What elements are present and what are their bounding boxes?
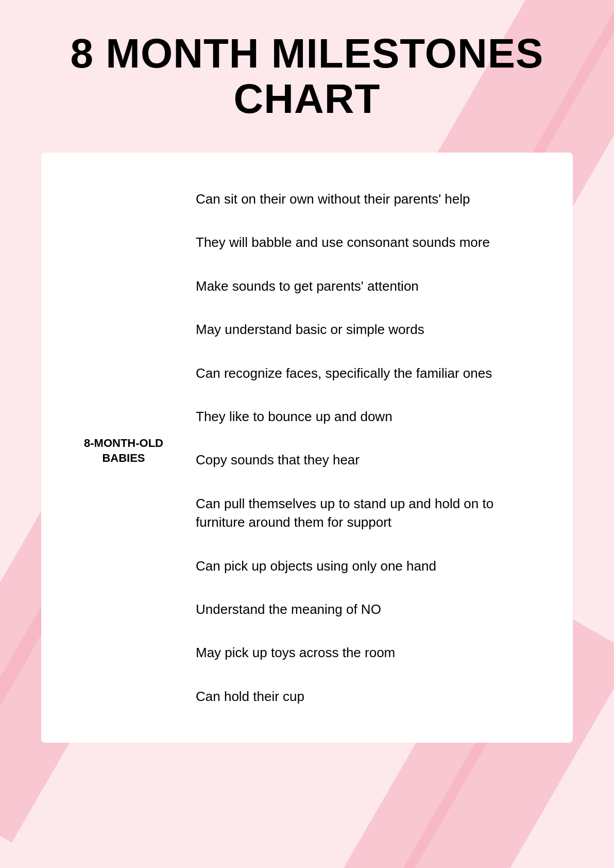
milestone-item-3: Make sounds to get parents' attention — [196, 265, 542, 307]
label-column: 8-MONTH-OLD BABIES — [72, 178, 175, 465]
milestone-item-12: Can hold their cup — [196, 676, 542, 717]
milestone-item-11: May pick up toys across the room — [196, 632, 542, 673]
milestone-item-5: Can recognize faces, specifically the fa… — [196, 353, 542, 394]
milestone-item-8: Can pull themselves up to stand up and h… — [196, 483, 542, 543]
milestone-item-2: They will babble and use consonant sound… — [196, 222, 542, 263]
label-line1: 8-MONTH-OLD — [84, 437, 163, 449]
milestone-item-1: Can sit on their own without their paren… — [196, 178, 542, 220]
babies-label: 8-MONTH-OLD BABIES — [84, 436, 163, 465]
milestone-item-4: May understand basic or simple words — [196, 309, 542, 350]
milestone-item-7: Copy sounds that they hear — [196, 439, 542, 480]
milestone-item-6: They like to bounce up and down — [196, 396, 542, 437]
title-line2: CHART — [234, 76, 381, 122]
milestone-item-9: Can pick up objects using only one hand — [196, 545, 542, 587]
milestones-list: Can sit on their own without their paren… — [196, 178, 542, 717]
label-line2: BABIES — [102, 452, 145, 464]
page-title: 8 MONTH MILESTONES CHART — [41, 31, 573, 122]
title-line1: 8 MONTH MILESTONES — [71, 30, 544, 76]
page-content: 8 MONTH MILESTONES CHART 8-MONTH-OLD BAB… — [0, 0, 614, 774]
milestone-item-10: Understand the meaning of NO — [196, 589, 542, 630]
main-card: 8-MONTH-OLD BABIES Can sit on their own … — [41, 153, 573, 743]
